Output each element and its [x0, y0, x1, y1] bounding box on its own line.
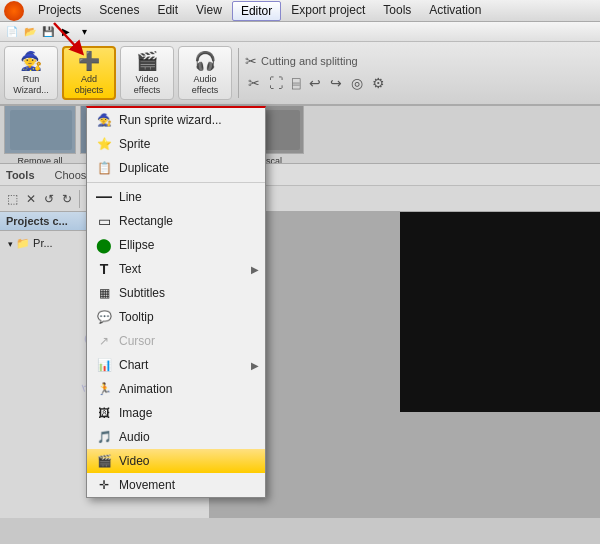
- dropdown-ellipse[interactable]: ⬤ Ellipse: [87, 233, 265, 257]
- menu-scenes[interactable]: Scenes: [91, 1, 147, 21]
- dropdown-menu: 🧙 Run sprite wizard... ⭐ Sprite 📋 Duplic…: [86, 106, 266, 498]
- settings-icon[interactable]: ⚙: [369, 73, 388, 93]
- run-sprite-wizard-icon: 🧙: [95, 112, 113, 128]
- rotate-left-icon[interactable]: ↺: [41, 190, 57, 208]
- dropdown-image[interactable]: 🖼 Image: [87, 401, 265, 425]
- undo-icon[interactable]: ↩: [306, 73, 324, 93]
- tooltip-icon: 💬: [95, 309, 113, 325]
- strip-sep-1: [79, 190, 80, 208]
- dropdown-video[interactable]: 🎬 Video: [87, 449, 265, 473]
- thumb-label-remove-all: Remove all: [17, 156, 62, 165]
- animation-icon: 🏃: [95, 381, 113, 397]
- cutting-label-area: ✂ Cutting and splitting: [245, 53, 596, 69]
- app-logo: [4, 1, 24, 21]
- trim-icon[interactable]: ⛶: [266, 73, 286, 93]
- cursor-label: Cursor: [119, 334, 155, 348]
- dropdown-duplicate[interactable]: 📋 Duplicate: [87, 156, 265, 180]
- menu-activation[interactable]: Activation: [421, 1, 489, 21]
- canvas-area: [210, 212, 600, 518]
- cut-icon[interactable]: ✂: [245, 73, 263, 93]
- dropdown-audio[interactable]: 🎵 Audio: [87, 425, 265, 449]
- dropdown-rectangle[interactable]: ▭ Rectangle: [87, 209, 265, 233]
- video-effects-icon: 🎬: [136, 50, 158, 72]
- subtitles-icon: ▦: [95, 285, 113, 301]
- chart-arrow-icon: ▶: [251, 360, 259, 371]
- dropdown-sep-1: [87, 182, 265, 183]
- open-icon[interactable]: 📂: [22, 24, 38, 40]
- rotate-right-icon[interactable]: ↻: [59, 190, 75, 208]
- rectangle-icon: ▭: [95, 213, 113, 229]
- quick-toolbar: 📄 📂 💾 ▶ ▾: [0, 22, 600, 42]
- thumb-group-remove-all: Remove all: [4, 106, 76, 164]
- add-objects-button[interactable]: ➕ Add objects: [62, 46, 116, 100]
- menu-export-project[interactable]: Export project: [283, 1, 373, 21]
- chart-icon: 📊: [95, 357, 113, 373]
- chart-label: Chart: [119, 358, 148, 372]
- movement-label: Movement: [119, 478, 175, 492]
- audio-effects-icon: 🎧: [194, 50, 216, 72]
- save-icon[interactable]: 💾: [40, 24, 56, 40]
- subtitles-label: Subtitles: [119, 286, 165, 300]
- tree-label: 📁 Pr...: [16, 237, 53, 250]
- audio-effects-button[interactable]: 🎧 Audio effects: [178, 46, 232, 100]
- tooltip-label: Tooltip: [119, 310, 154, 324]
- sprite-icon: ⭐: [95, 136, 113, 152]
- circle-icon[interactable]: ◎: [348, 73, 366, 93]
- cross-icon[interactable]: ✕: [23, 190, 39, 208]
- dropdown-chart[interactable]: 📊 Chart ▶: [87, 353, 265, 377]
- dropdown-sprite[interactable]: ⭐ Sprite: [87, 132, 265, 156]
- new-icon[interactable]: 📄: [4, 24, 20, 40]
- toolbar-separator: [238, 48, 239, 98]
- sprite-label: Sprite: [119, 137, 150, 151]
- canvas-black: [400, 212, 600, 412]
- dropdown-subtitles[interactable]: ▦ Subtitles: [87, 281, 265, 305]
- menu-editor[interactable]: Editor: [232, 1, 281, 21]
- cutting-label: Cutting and splitting: [261, 55, 358, 67]
- add-objects-icon: ➕: [78, 50, 100, 72]
- main-toolbar: 🧙 Run Wizard... ➕ Add objects 🎬 Video ef…: [0, 42, 600, 106]
- movement-icon: ✛: [95, 477, 113, 493]
- run-sprite-wizard-label: Run sprite wizard...: [119, 113, 222, 127]
- audio-icon: 🎵: [95, 429, 113, 445]
- menu-items: Projects Scenes Edit View Editor Export …: [30, 1, 489, 21]
- thumbnail-remove-all[interactable]: [4, 106, 76, 154]
- dropdown-cursor: ↗ Cursor: [87, 329, 265, 353]
- thumb-svg-1: [5, 106, 76, 154]
- video-icon: 🎬: [95, 453, 113, 469]
- text-label: Text: [119, 262, 141, 276]
- image-label: Image: [119, 406, 152, 420]
- duplicate-icon: 📋: [95, 160, 113, 176]
- select-icon[interactable]: ⬚: [4, 190, 21, 208]
- text-arrow-icon: ▶: [251, 264, 259, 275]
- audio-label: Audio: [119, 430, 150, 444]
- line-label: Line: [119, 190, 142, 204]
- split-icon[interactable]: ⌸: [289, 73, 303, 93]
- svg-rect-2: [10, 110, 72, 150]
- add-objects-label: Add objects: [75, 74, 104, 96]
- dropdown-text[interactable]: T Text ▶: [87, 257, 265, 281]
- cutting-area: ✂ Cutting and splitting ✂ ⛶ ⌸ ↩ ↪ ◎ ⚙: [245, 53, 596, 93]
- video-label: Video: [119, 454, 149, 468]
- play-icon[interactable]: ▶: [58, 24, 74, 40]
- rectangle-label: Rectangle: [119, 214, 173, 228]
- down-arrow-icon[interactable]: ▾: [76, 24, 92, 40]
- dropdown-run-sprite-wizard[interactable]: 🧙 Run sprite wizard...: [87, 108, 265, 132]
- redo-icon[interactable]: ↪: [327, 73, 345, 93]
- run-wizard-icon: 🧙: [20, 50, 42, 72]
- audio-effects-label: Audio effects: [192, 74, 218, 96]
- menu-projects[interactable]: Projects: [30, 1, 89, 21]
- dropdown-movement[interactable]: ✛ Movement: [87, 473, 265, 497]
- dropdown-tooltip[interactable]: 💬 Tooltip: [87, 305, 265, 329]
- line-icon: —: [95, 189, 113, 205]
- run-wizard-label: Run Wizard...: [13, 74, 49, 96]
- video-effects-button[interactable]: 🎬 Video effects: [120, 46, 174, 100]
- menu-tools[interactable]: Tools: [375, 1, 419, 21]
- dropdown-animation[interactable]: 🏃 Animation: [87, 377, 265, 401]
- animation-label: Animation: [119, 382, 172, 396]
- ellipse-icon: ⬤: [95, 237, 113, 253]
- run-wizard-button[interactable]: 🧙 Run Wizard...: [4, 46, 58, 100]
- video-effects-label: Video effects: [134, 74, 160, 96]
- menu-edit[interactable]: Edit: [149, 1, 186, 21]
- dropdown-line[interactable]: — Line: [87, 185, 265, 209]
- menu-view[interactable]: View: [188, 1, 230, 21]
